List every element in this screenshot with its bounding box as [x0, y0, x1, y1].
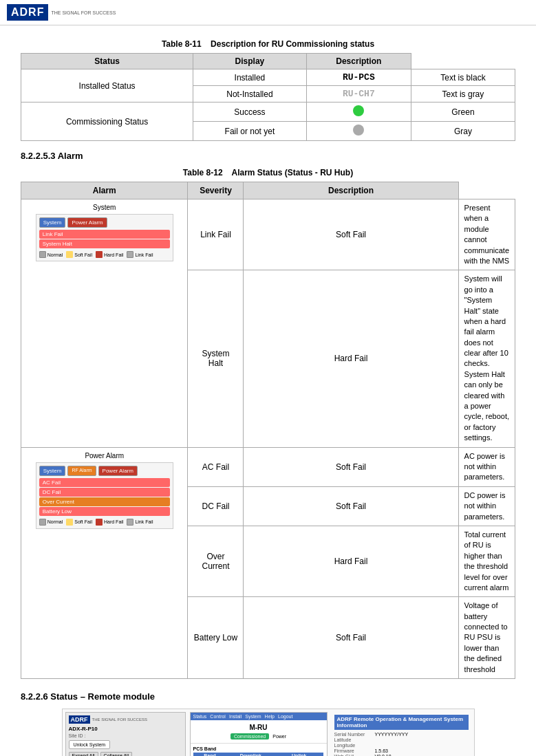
expand-all-btn[interactable]: Expand All [69, 752, 98, 756]
main-content: Table 8-11 Description for RU Commission… [0, 25, 536, 756]
pcs-band-section: PCS Band Band Downlink Uplink 65 MHz 196… [191, 744, 327, 756]
fig-device-panel: M-RU Commissioned Power [191, 720, 327, 744]
legend-link2: Link Fail [127, 519, 153, 526]
nav-install[interactable]: Install [229, 714, 242, 719]
fig-unlock-btn[interactable]: Unlock System [69, 740, 111, 749]
nav-status[interactable]: Status [193, 714, 207, 719]
fig-logo-box: ADRF [69, 715, 90, 724]
green-circle-icon [353, 105, 364, 116]
dc-fail-item: DC Fail [39, 488, 170, 497]
alarm-legend: Normal Soft Fail Hard Fail [39, 251, 170, 258]
serial-value: YYYYYYY/YYY [375, 732, 409, 737]
nav-system[interactable]: System [245, 714, 261, 719]
logo-sub: THE SIGNAL FOR SUCCESS [51, 10, 116, 15]
fig-right-panel: ADRF Remote Operation & Management Syste… [332, 712, 471, 756]
latitude-label: Latitude [334, 737, 372, 742]
over-current-item: Over Current [39, 497, 170, 506]
success-item: Success [193, 102, 307, 122]
nav-help[interactable]: Help [265, 714, 275, 719]
system-group-label: System [25, 204, 183, 211]
pcs-dl-col: Downlink [226, 753, 275, 756]
lon-row: Longitude [334, 743, 469, 748]
fail-item: Fail or not yet [193, 122, 307, 141]
section-8226: 8.2.2.6 Status – Remote module [21, 691, 515, 702]
power-alarm-btn: Power Alarm [67, 217, 107, 228]
logo-area: ADRF THE SIGNAL FOR SUCCESS [7, 4, 116, 21]
power-alarm-cell: Power Alarm System RF Alarm Power Alarm … [21, 447, 188, 678]
battery-low-item: Battery Low [39, 507, 170, 516]
rf-alarm-btn: RF Alarm [67, 466, 96, 476]
table-row: Commissioning Status Success Green [21, 102, 515, 122]
over-current-desc: Total current of RU is higher than the t… [458, 526, 515, 596]
table-row: System System Power Alarm Link Fail Syst… [21, 199, 515, 270]
fig-site-id: Site ID : [69, 733, 182, 738]
section-82253: 8.2.2.5.3 Alarm [21, 151, 515, 161]
alarm-col-header: Alarm [21, 182, 188, 199]
link-swatch2 [127, 519, 133, 526]
lat-row: Latitude [334, 737, 469, 742]
fig-nav: Status Control Install System Help Logou… [191, 713, 327, 720]
desc-col-header: Description [244, 182, 458, 199]
power-group-label: Power Alarm [25, 452, 183, 460]
gray-desc: Gray [411, 122, 515, 141]
firmware-value: 1.5.63 [375, 748, 388, 753]
mru-label: M-RU [249, 724, 267, 731]
green-display [306, 102, 411, 122]
ruch7-display: RU-CH7 [306, 86, 411, 102]
system-alarm-cell: System System Power Alarm Link Fail Syst… [21, 199, 188, 448]
firmware-label: Firmware [334, 748, 372, 753]
link-fail-item: Link Fail [39, 230, 170, 239]
fig-device-name: ADX-R-P10 [69, 726, 182, 732]
over-current-severity: Hard Fail [244, 526, 458, 596]
collapse-all-btn[interactable]: Collapse All [100, 752, 133, 756]
pcs-ul-col: Uplink [275, 753, 324, 756]
soft-swatch2 [66, 519, 73, 526]
legend-soft: Soft Fail [66, 251, 92, 258]
power-alarm-btn2: Power Alarm [98, 466, 138, 476]
legend-normal: Normal [39, 251, 63, 258]
longitude-label: Longitude [334, 743, 372, 748]
nav-control[interactable]: Control [210, 714, 226, 719]
fw-row: Firmware 1.5.63 [334, 748, 469, 753]
text-gray-desc: Text is gray [411, 86, 515, 102]
hard-swatch2 [96, 519, 103, 526]
pcs-band-col: Band [193, 753, 226, 756]
sys-btn2: System [39, 466, 66, 476]
table-row: Installed Status Installed RU-PCS Text i… [21, 69, 515, 86]
normal-swatch [39, 251, 46, 258]
alarm-legend2: Normal Soft Fail Hard Fail [39, 519, 170, 526]
pcs-table: Band Downlink Uplink 65 MHz 1962.5 MHz 1… [193, 753, 324, 756]
table-811-title: Table 8-11 Description for RU Commission… [21, 39, 515, 49]
system-halt-name: System Halt [188, 270, 244, 447]
link-fail-name: Link Fail [188, 199, 244, 270]
rupcs-display: RU-PCS [306, 69, 411, 86]
link-fail-severity: Soft Fail [244, 199, 458, 270]
link-swatch [127, 251, 133, 258]
table-row: Power Alarm System RF Alarm Power Alarm … [21, 447, 515, 486]
over-current-name: Over Current [188, 526, 244, 596]
not-installed-item: Not-Installed [193, 86, 307, 102]
pcs-band-title: PCS Band [193, 746, 324, 751]
system-halt-severity: Hard Fail [244, 270, 458, 447]
gray-circle-icon [353, 125, 364, 136]
ac-fail-item: AC Fail [39, 478, 170, 487]
sys-btn: System [39, 217, 66, 228]
green-desc: Green [411, 102, 515, 122]
dc-fail-name: DC Fail [188, 486, 244, 526]
nav-logout[interactable]: Logout [278, 714, 292, 719]
info-section-serial: Serial Number YYYYYYY/YYY Latitude Longi… [334, 732, 469, 756]
gray-display [306, 122, 411, 141]
ac-fail-severity: Soft Fail [244, 447, 458, 486]
normal-swatch2 [39, 519, 46, 526]
logo-box: ADRF [7, 4, 48, 21]
col-display: Display [193, 54, 307, 69]
system-halt-item: System Halt [39, 239, 170, 248]
installed-status-item: Installed [193, 69, 307, 86]
fig-logo-sub: THE SIGNAL FOR SUCCESS [92, 717, 147, 722]
battery-low-name: Battery Low [188, 597, 244, 679]
legend-soft2: Soft Fail [66, 519, 92, 526]
system-halt-desc: System will go into a "System Halt" stat… [458, 270, 515, 447]
fig-logo: ADRF THE SIGNAL FOR SUCCESS [69, 715, 182, 724]
dc-fail-desc: DC power is not within parameters. [458, 486, 515, 526]
serial-row: Serial Number YYYYYYY/YYY [334, 732, 469, 737]
